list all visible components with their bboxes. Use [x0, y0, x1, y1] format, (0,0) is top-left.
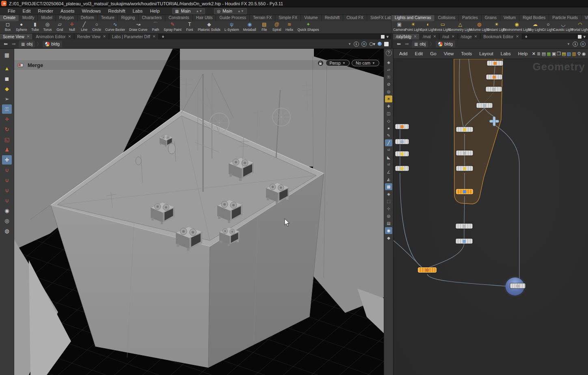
sticky-note-icon[interactable]: ▤ [562, 51, 566, 56]
pane-tab--out[interactable]: /out✕ [439, 34, 458, 39]
location-pin-icon[interactable]: ◆ [385, 234, 392, 241]
shelf-tool-file[interactable]: ▤File [258, 21, 270, 34]
shelf-tool-null[interactable]: ✛Null [66, 21, 78, 34]
pencil-icon[interactable]: ╱ [385, 139, 392, 146]
menu-labs[interactable]: Labs [129, 9, 146, 13]
prim-numbers-icon[interactable]: ∠ [385, 169, 392, 176]
shelf-tool-font[interactable]: TFont [184, 21, 196, 34]
shelf-tab-rigid-bodies[interactable]: Rigid Bodies [519, 15, 549, 21]
path-dropdown-icon[interactable]: ▼ [348, 42, 351, 46]
path-obj-chip[interactable]: ▦obj [412, 41, 428, 48]
handle-cone-icon[interactable]: ▲ [2, 64, 12, 73]
show-eye-icon[interactable]: ● [385, 125, 392, 132]
shelf-tool-circle[interactable]: ○Circle [90, 21, 103, 34]
shelf-tab-simple-fx[interactable]: Simple FX [275, 15, 301, 21]
shelf-tool-metaball[interactable]: ◉Metaball [241, 21, 258, 34]
snapshot-icon[interactable] [580, 41, 586, 47]
shelf-tab-particle-fluids[interactable]: Particle Fluids [549, 15, 582, 21]
net-menu-go[interactable]: Go [427, 51, 439, 56]
pane-tab--mat[interactable]: /mat✕ [420, 34, 439, 39]
prim-mode-icon[interactable]: ◆ [2, 84, 12, 93]
node-null2[interactable] [489, 117, 499, 125]
light-off-icon[interactable]: ⊘ [385, 81, 392, 88]
path-bldg-chip[interactable]: bldg [43, 41, 62, 48]
forward-arrow-icon[interactable]: ➡ [11, 41, 17, 47]
close-tab-icon[interactable]: ✕ [433, 35, 437, 39]
shelf-tab-terrain-fx[interactable]: Terrain FX [250, 15, 275, 21]
object-mode-icon[interactable]: ◼ [2, 74, 12, 83]
desktop-selector-2[interactable]: ◎ Main ▲▼ [214, 8, 246, 14]
shelf-tab-collisions[interactable]: Collisions [435, 15, 459, 21]
image-icon[interactable]: ▧ [567, 51, 571, 56]
menu-help[interactable]: Help [146, 9, 163, 13]
radial-menu-icon[interactable]: ▦ [2, 50, 12, 60]
color-swatch[interactable] [384, 42, 389, 46]
node-obj_importer6[interactable] [395, 124, 409, 129]
path-dropdown-icon[interactable]: ▼ [567, 42, 570, 46]
node-foreach_end2[interactable] [456, 189, 473, 194]
view-count-badge[interactable]: 1 [354, 41, 359, 47]
shelf-tab-create[interactable]: Create [0, 15, 19, 21]
net-menu-labs[interactable]: Labs [497, 51, 514, 56]
hide-eye-icon[interactable]: ◇ [385, 117, 392, 124]
close-tab-icon[interactable]: ✕ [27, 35, 30, 39]
path-bldg-chip[interactable]: bldg [436, 41, 455, 48]
shelf-tab-cloud-fx[interactable]: Cloud FX [343, 15, 367, 21]
scene-3d-render[interactable] [14, 49, 384, 375]
shelf-tool-path[interactable]: ⌒Path [149, 21, 162, 34]
shelf-tool-spiral[interactable]: @Spiral [270, 21, 283, 34]
circle-icon[interactable]: ▤ [385, 220, 392, 227]
render-ring-icon[interactable]: ◎ [2, 216, 12, 225]
shelf-tab-grains[interactable]: Grains [482, 15, 500, 21]
shelf-tab-vellum[interactable]: Vellum [500, 15, 519, 21]
grid-icon[interactable]: ▦ [547, 51, 551, 56]
diamond-icon[interactable]: ⬚ [385, 198, 392, 205]
camera-lock-icon[interactable] [318, 60, 324, 66]
pane-tab-scene-view[interactable]: Scene View✕ [0, 34, 33, 39]
node-pointwrangle1[interactable] [456, 127, 473, 132]
node-orientalongcurve1[interactable] [486, 87, 502, 92]
menu-windows[interactable]: Windows [78, 9, 105, 13]
shelf-tab-characters[interactable]: Characters [138, 15, 165, 21]
shelf-tab-lights-and-cameras[interactable]: Lights and Cameras [391, 15, 435, 21]
menu-edit[interactable]: Edit [19, 9, 35, 13]
shelf-tool-spot-light[interactable]: ◐Spot Light [421, 21, 435, 34]
snapshot-icon[interactable] [361, 41, 367, 47]
shelf-tool-portal-light[interactable]: ◠Portal Light [572, 21, 588, 34]
node-set_variant5[interactable] [395, 166, 409, 171]
shelf-tool-torus[interactable]: ◎Torus [41, 21, 54, 34]
shelf-tool-spray-paint[interactable]: ✎Spray Paint [162, 21, 184, 34]
node-transform6[interactable] [395, 139, 409, 144]
scale-icon[interactable]: ◱ [2, 135, 12, 144]
pane-tab-animation-editor[interactable]: Animation Editor✕ [33, 34, 74, 39]
help-icon[interactable]: ? [386, 50, 392, 56]
shelf-tab-texture[interactable]: Texture [98, 15, 118, 21]
node-attribrandomize2[interactable] [456, 223, 473, 229]
shelf-tool-caustic-light[interactable]: ◡Caustic Light [554, 21, 572, 34]
menu-assets[interactable]: Assets [57, 9, 78, 13]
node-copytopoints1[interactable] [418, 267, 437, 273]
node-attribcast1[interactable] [456, 238, 473, 244]
shelf-tab-hair-utils[interactable]: Hair Utils [193, 15, 216, 21]
shelf-tab-deform[interactable]: Deform [78, 15, 98, 21]
scene-viewport-pane[interactable]: Merge Persp▼ No cam▼ ▦▲◼◆➢⚿✛↻◱♟✚∪∪∪∪◉◎◍ … [0, 49, 393, 375]
close-tab-icon[interactable]: ✕ [452, 35, 455, 39]
snap-magnet-icon[interactable]: ∪ [2, 196, 12, 205]
pane-tab-labs-parameter-diff[interactable]: Labs | Parameter Diff✕ [109, 34, 159, 39]
menu-redshift[interactable]: Redshift [104, 9, 129, 13]
close-tab-icon[interactable]: ✕ [516, 35, 519, 39]
add-pane-tab-button[interactable]: + [159, 34, 167, 39]
lightbulb-icon[interactable]: ☀ [385, 95, 392, 102]
close-tab-icon[interactable]: ✕ [103, 35, 106, 39]
snap-curve-magnet-icon[interactable]: ∪ [2, 176, 12, 185]
shelf-tool-sphere[interactable]: ●Sphere [14, 21, 29, 34]
group-frame-icon[interactable]: ⊹ [385, 205, 392, 212]
eye-icon[interactable]: ◉ [582, 51, 586, 56]
close-tab-icon[interactable]: ✕ [153, 35, 156, 39]
tiles-icon[interactable]: ▣ [552, 51, 556, 56]
shelf-tool-sky-light[interactable]: ☁Sky Light [528, 21, 542, 34]
forward-arrow-icon[interactable]: ➡ [404, 41, 410, 47]
camera-icon[interactable]: ◉ [2, 206, 12, 215]
net-menu-edit[interactable]: Edit [411, 51, 426, 56]
node-pointwrangle2[interactable] [456, 166, 473, 171]
